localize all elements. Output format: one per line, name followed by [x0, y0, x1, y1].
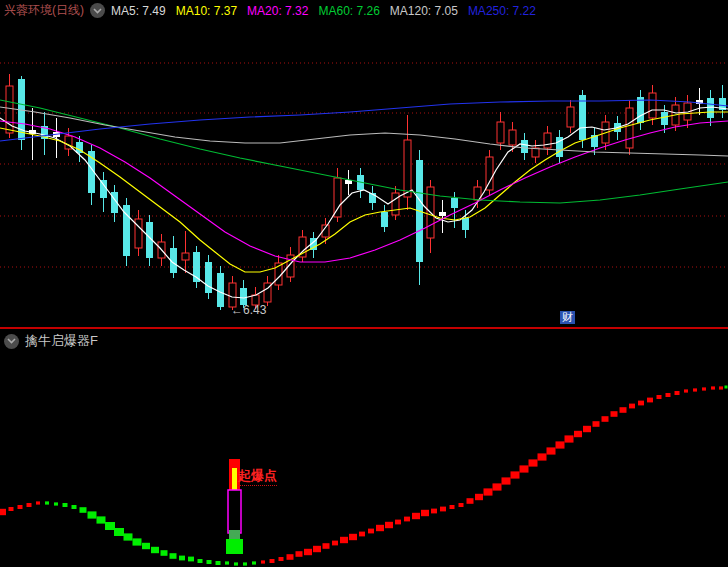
watermark-badge: 财: [560, 311, 575, 324]
stock-title: 兴蓉环境(日线): [4, 2, 84, 19]
chevron-down-icon: [93, 8, 102, 14]
ma-legend-item-ma10: MA10: 7.37: [176, 4, 237, 18]
stock-trading-app: { "colors": { "background": "#000000", "…: [0, 0, 728, 567]
main-panel-header: 兴蓉环境(日线) MA5: 7.49MA10: 7.37MA20: 7.32MA…: [4, 2, 536, 19]
chevron-down-icon: [7, 338, 16, 344]
ma-legend-item-ma250: MA250: 7.22: [468, 4, 536, 18]
indicator-title: 擒牛启爆器F: [25, 332, 98, 350]
signal-label: 起爆点: [238, 467, 277, 486]
ma-legend-item-ma120: MA120: 7.05: [390, 4, 458, 18]
ma-legend: MA5: 7.49MA10: 7.37MA20: 7.32MA60: 7.26M…: [111, 4, 536, 18]
collapse-panel-icon[interactable]: [90, 3, 105, 18]
ma-legend-item-ma20: MA20: 7.32: [247, 4, 308, 18]
chart-canvas[interactable]: [0, 0, 728, 567]
ma-legend-item-ma60: MA60: 7.26: [318, 4, 379, 18]
indicator-panel-header: 擒牛启爆器F: [4, 332, 98, 350]
low-price-label: ←6.43: [231, 303, 266, 317]
panel-separator: [0, 327, 728, 329]
collapse-indicator-icon[interactable]: [4, 334, 19, 349]
ma-legend-item-ma5: MA5: 7.49: [111, 4, 166, 18]
